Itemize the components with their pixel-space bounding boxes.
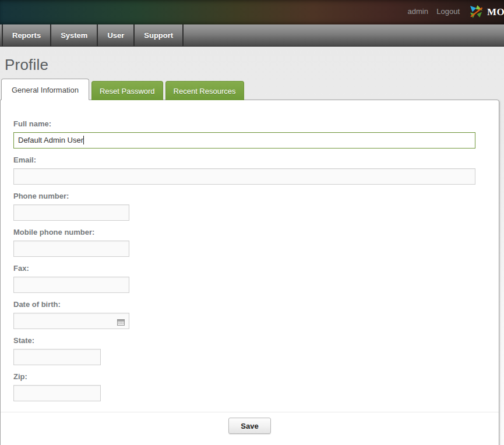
profile-page: admin Logout MODX ReportsSystemUserSuppo…	[0, 0, 504, 445]
tab-reset-password[interactable]: Reset Password	[91, 81, 163, 100]
nav-item-reports[interactable]: Reports	[2, 24, 51, 46]
phone-number-label: Phone number:	[13, 192, 475, 200]
logout-link[interactable]: Logout	[436, 7, 460, 16]
nav-item-support[interactable]: Support	[135, 24, 184, 46]
main-nav: ReportsSystemUserSupport	[0, 24, 504, 47]
page-title: Profile	[5, 56, 504, 74]
nav-item-user[interactable]: User	[98, 24, 135, 46]
fax-input[interactable]	[13, 277, 129, 293]
field-mobile-phone-number: Mobile phone number:	[13, 228, 475, 257]
zip-input[interactable]	[13, 385, 101, 401]
email-input[interactable]	[13, 168, 475, 185]
email-label: Email:	[13, 156, 475, 164]
field-email: Email:	[13, 156, 475, 185]
modx-brand-text: MODX	[487, 6, 504, 18]
zip-label: Zip:	[13, 372, 475, 381]
date-of-birth-label: Date of birth:	[13, 300, 475, 309]
field-fax: Fax:	[13, 264, 475, 293]
phone-number-input[interactable]	[13, 204, 129, 221]
full-name-label: Full name:	[13, 119, 475, 128]
profile-form: Full name:Default Admin UserEmail:Phone …	[1, 100, 499, 412]
state-input[interactable]	[13, 349, 101, 365]
field-state: State:	[13, 336, 475, 365]
nav-item-system[interactable]: System	[51, 24, 98, 46]
field-date-of-birth: Date of birth:	[13, 300, 475, 329]
state-label: State:	[13, 336, 475, 345]
tab-general-information[interactable]: General Information	[1, 79, 89, 100]
tab-recent-resources[interactable]: Recent Resources	[165, 81, 244, 100]
content-panel: Full name:Default Admin UserEmail:Phone …	[0, 100, 499, 445]
field-phone-number: Phone number:	[13, 192, 475, 221]
modx-logo: MODX	[470, 5, 504, 19]
mobile-phone-number-label: Mobile phone number:	[13, 228, 475, 236]
username-link[interactable]: admin	[408, 7, 428, 16]
text-caret	[83, 136, 84, 144]
field-zip: Zip:	[13, 372, 475, 401]
modx-pinwheel-icon	[470, 5, 483, 19]
full-name-input[interactable]: Default Admin User	[13, 132, 475, 149]
top-header: admin Logout MODX	[0, 0, 504, 24]
date-of-birth-input[interactable]	[13, 313, 129, 329]
form-footer: Save	[1, 412, 499, 434]
field-full-name: Full name:Default Admin User	[13, 119, 475, 149]
fax-label: Fax:	[13, 264, 475, 273]
mobile-phone-number-input[interactable]	[13, 241, 129, 257]
calendar-icon[interactable]	[117, 317, 125, 324]
tab-bar: General InformationReset PasswordRecent …	[1, 79, 504, 100]
save-button[interactable]: Save	[228, 418, 271, 434]
